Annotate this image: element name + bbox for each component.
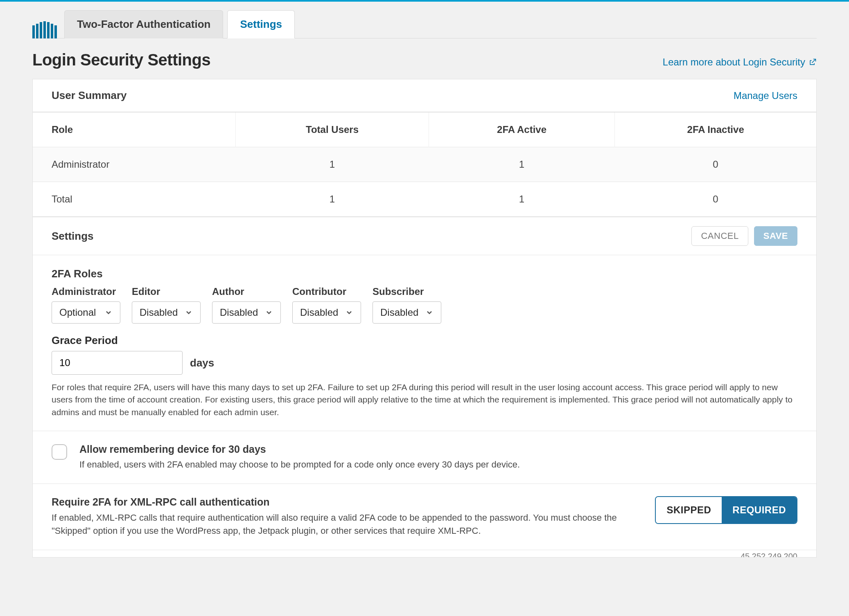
- col-total-users: Total Users: [236, 112, 429, 147]
- 2fa-roles-title: 2FA Roles: [52, 268, 797, 280]
- svg-rect-4: [47, 22, 50, 38]
- remember-device-title: Allow remembering device for 30 days: [79, 443, 520, 455]
- user-summary-title: User Summary: [52, 89, 127, 102]
- role-select-administrator[interactable]: Optional: [52, 301, 120, 324]
- save-button[interactable]: SAVE: [754, 226, 797, 246]
- learn-more-link[interactable]: Learn more about Login Security: [663, 56, 817, 68]
- role-label-subscriber: Subscriber: [373, 286, 441, 297]
- user-summary-table: Role Total Users 2FA Active 2FA Inactive…: [33, 112, 816, 216]
- svg-rect-3: [43, 21, 46, 38]
- svg-rect-5: [51, 24, 53, 38]
- settings-title: Settings: [52, 230, 94, 243]
- role-select-contributor[interactable]: Disabled: [292, 301, 361, 324]
- remember-device-description: If enabled, users with 2FA enabled may c…: [79, 459, 520, 471]
- svg-rect-2: [40, 22, 42, 38]
- tab-settings[interactable]: Settings: [227, 10, 295, 38]
- external-link-icon: [808, 58, 817, 66]
- role-select-editor[interactable]: Disabled: [132, 301, 201, 324]
- chevron-down-icon: [345, 308, 353, 317]
- xmlrpc-toggle: SKIPPED REQUIRED: [655, 496, 797, 524]
- col-2fa-active: 2FA Active: [429, 112, 615, 147]
- svg-rect-1: [36, 24, 38, 38]
- table-row: Administrator 1 1 0: [33, 147, 816, 182]
- chevron-down-icon: [265, 308, 273, 317]
- chevron-down-icon: [104, 308, 113, 317]
- role-label-editor: Editor: [132, 286, 201, 297]
- role-label-administrator: Administrator: [52, 286, 120, 297]
- cancel-button[interactable]: CANCEL: [691, 226, 748, 246]
- grace-period-input[interactable]: [52, 351, 183, 375]
- remember-device-checkbox[interactable]: [52, 444, 67, 460]
- role-select-subscriber[interactable]: Disabled: [373, 301, 441, 324]
- role-label-contributor: Contributor: [292, 286, 361, 297]
- xmlrpc-skipped-button[interactable]: SKIPPED: [656, 497, 722, 523]
- chevron-down-icon: [425, 308, 434, 317]
- wordfence-logo-icon: [32, 21, 57, 38]
- grace-period-unit: days: [190, 357, 214, 369]
- table-row: Total 1 1 0: [33, 182, 816, 217]
- tab-two-factor-authentication[interactable]: Two-Factor Authentication: [64, 10, 223, 38]
- manage-users-link[interactable]: Manage Users: [734, 90, 797, 101]
- xmlrpc-description: If enabled, XML-RPC calls that require a…: [52, 511, 639, 537]
- grace-period-description: For roles that require 2FA, users will h…: [52, 381, 797, 418]
- grace-period-label: Grace Period: [52, 334, 797, 347]
- page-title: Login Security Settings: [32, 51, 210, 69]
- xmlrpc-title: Require 2FA for XML-RPC call authenticat…: [52, 496, 639, 508]
- footer-ip-text: 45 252 249 200: [33, 550, 816, 557]
- xmlrpc-required-button[interactable]: REQUIRED: [722, 497, 797, 523]
- svg-rect-6: [54, 25, 57, 38]
- role-select-author[interactable]: Disabled: [212, 301, 281, 324]
- chevron-down-icon: [185, 308, 193, 317]
- col-role: Role: [33, 112, 236, 147]
- col-2fa-inactive: 2FA Inactive: [615, 112, 816, 147]
- role-label-author: Author: [212, 286, 281, 297]
- svg-rect-0: [32, 25, 35, 38]
